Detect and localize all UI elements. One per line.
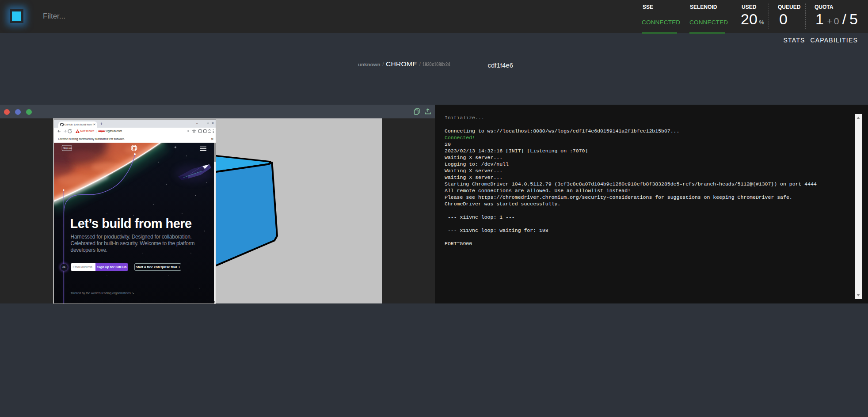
svg-text:Sign up: Sign up — [63, 147, 72, 149]
